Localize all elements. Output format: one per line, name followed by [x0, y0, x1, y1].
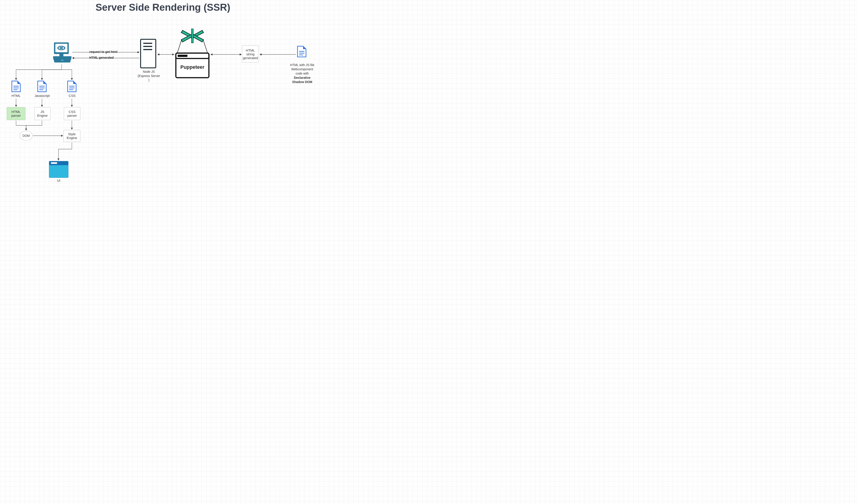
- ui-window-icon: [49, 161, 69, 179]
- ui-label: UI: [55, 179, 62, 182]
- js-file-icon: [37, 80, 47, 93]
- css-parser-box: CSS parser: [64, 107, 80, 120]
- html-parser-box: HTML parser: [7, 107, 26, 120]
- html-file-icon: [11, 80, 21, 93]
- js-file-label: Javascript: [33, 94, 51, 98]
- css-file-icon: [67, 80, 77, 93]
- css-file-label: CSS: [66, 94, 78, 98]
- dom-node: DOM: [20, 131, 33, 140]
- svg-rect-46: [51, 162, 57, 164]
- js-engine-box: JS Engine: [34, 107, 50, 120]
- html-file-label: HTML: [9, 94, 23, 98]
- style-engine-box: Style Engine: [63, 130, 80, 142]
